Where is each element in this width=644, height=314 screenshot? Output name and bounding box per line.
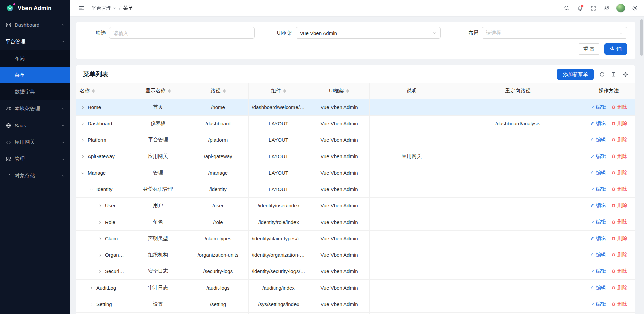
language-icon[interactable] xyxy=(601,2,613,14)
cell-name: Home xyxy=(76,99,128,115)
table-row: Dashboard仪表板/dashboardLAYOUTVue Vben Adm… xyxy=(76,115,635,132)
sidebar-subitem[interactable]: 数据字典 xyxy=(0,83,70,100)
cell-component: /identity/organization-u... xyxy=(248,247,309,263)
collapse-row-icon[interactable] xyxy=(81,171,85,175)
expand-row-icon[interactable] xyxy=(81,138,85,142)
edit-button[interactable]: 编辑 xyxy=(590,268,606,274)
trash-icon xyxy=(611,203,616,208)
cell-ui-framework: Vue Vben Admin xyxy=(309,279,369,296)
column-header[interactable]: 组件 xyxy=(248,83,309,99)
breadcrumb-item-menu[interactable]: 菜单 xyxy=(123,5,133,11)
delete-button[interactable]: 删除 xyxy=(611,186,627,192)
settings-icon[interactable] xyxy=(629,2,641,14)
pencil-icon xyxy=(590,154,595,159)
search-icon[interactable] xyxy=(560,2,573,14)
reset-button[interactable]: 重 置 xyxy=(578,43,600,55)
table-body: Home首页/home/dashboard/welcome/in...Vue V… xyxy=(76,99,635,314)
fullscreen-icon[interactable] xyxy=(587,2,599,14)
table-title: 菜单列表 xyxy=(83,70,108,79)
sidebar-subitem[interactable]: 菜单 xyxy=(0,67,70,83)
cell-display-name: 平台管理 xyxy=(128,132,188,148)
add-menu-button[interactable]: 添加新菜单 xyxy=(557,69,594,80)
sidebar-item[interactable]: 管理 xyxy=(0,150,70,167)
edit-button[interactable]: 编辑 xyxy=(590,120,606,127)
table-row: Manage管理/manageLAYOUTVue Vben Admin编辑删除 xyxy=(76,165,635,181)
expand-row-icon[interactable] xyxy=(81,155,85,159)
pencil-icon xyxy=(590,105,595,109)
edit-button[interactable]: 编辑 xyxy=(590,301,606,307)
layout-select[interactable]: 请选择 xyxy=(482,27,627,39)
delete-button[interactable]: 删除 xyxy=(611,301,627,307)
scrollbar-thumb[interactable] xyxy=(640,19,643,56)
filter-keyword-input[interactable] xyxy=(109,27,255,39)
edit-button[interactable]: 编辑 xyxy=(590,186,606,192)
sidebar-item[interactable]: 对象存储 xyxy=(0,167,70,184)
refresh-icon[interactable] xyxy=(599,71,605,78)
sidebar-item[interactable]: Saas xyxy=(0,117,70,134)
trash-icon xyxy=(611,253,616,257)
avatar[interactable] xyxy=(616,4,625,13)
expand-row-icon[interactable] xyxy=(90,286,93,290)
edit-button[interactable]: 编辑 xyxy=(590,219,606,225)
logo[interactable]: Vben Admin xyxy=(0,0,70,16)
delete-button[interactable]: 删除 xyxy=(611,202,627,209)
search-button[interactable]: 查 询 xyxy=(604,43,627,55)
sidebar-subitem[interactable]: 布局 xyxy=(0,50,70,67)
edit-button[interactable]: 编辑 xyxy=(590,170,606,176)
notification-icon[interactable] xyxy=(574,2,586,14)
ui-framework-select[interactable]: Vue Vben Admin xyxy=(296,27,441,39)
sidebar-item[interactable]: 应用网关 xyxy=(0,134,70,150)
delete-button[interactable]: 删除 xyxy=(611,170,627,176)
edit-button[interactable]: 编辑 xyxy=(590,252,606,258)
edit-button[interactable]: 编辑 xyxy=(590,202,606,209)
sidebar-item[interactable]: Dashboard xyxy=(0,16,70,33)
sidebar-item-label: 布局 xyxy=(15,55,65,62)
menu-fold-icon[interactable] xyxy=(75,2,87,14)
expand-row-icon[interactable] xyxy=(98,221,102,224)
delete-button[interactable]: 删除 xyxy=(611,137,627,143)
cell-ui-framework: Vue Vben Admin xyxy=(309,148,369,165)
cell-ui-framework: Vue Vben Admin xyxy=(309,115,369,132)
expand-row-icon[interactable] xyxy=(90,303,93,306)
scrollbar[interactable] xyxy=(640,17,643,314)
edit-button[interactable]: 编辑 xyxy=(590,235,606,242)
delete-button[interactable]: 删除 xyxy=(611,153,627,160)
sort-icon[interactable] xyxy=(346,89,349,93)
edit-button[interactable]: 编辑 xyxy=(590,137,606,143)
column-header[interactable]: UI框架 xyxy=(309,83,369,99)
cell-actions: 编辑删除 xyxy=(582,214,635,230)
edit-button[interactable]: 编辑 xyxy=(590,285,606,291)
delete-button[interactable]: 删除 xyxy=(611,104,627,110)
sidebar-item-label: 菜单 xyxy=(15,72,65,78)
expand-row-icon[interactable] xyxy=(98,253,102,257)
sidebar-item[interactable]: 本地化管理 xyxy=(0,100,70,117)
delete-button[interactable]: 删除 xyxy=(611,268,627,274)
expand-row-icon[interactable] xyxy=(98,204,102,208)
column-header[interactable]: 显示名称 xyxy=(128,83,188,99)
expand-row-icon[interactable] xyxy=(81,106,85,109)
sort-icon[interactable] xyxy=(283,89,286,93)
sidebar-item[interactable]: 平台管理 xyxy=(0,33,70,50)
delete-button[interactable]: 删除 xyxy=(611,219,627,225)
delete-button[interactable]: 删除 xyxy=(611,252,627,258)
sort-icon[interactable] xyxy=(92,89,95,93)
sort-icon[interactable] xyxy=(168,89,171,93)
column-header[interactable]: 路径 xyxy=(188,83,248,99)
expand-row-icon[interactable] xyxy=(81,122,85,126)
cell-display-name: 用户 xyxy=(128,197,188,214)
column-settings-icon[interactable] xyxy=(622,71,629,78)
expand-row-icon[interactable] xyxy=(98,270,102,273)
edit-button[interactable]: 编辑 xyxy=(590,104,606,110)
delete-button[interactable]: 删除 xyxy=(611,120,627,127)
column-header[interactable]: 名称 xyxy=(76,83,128,99)
edit-button[interactable]: 编辑 xyxy=(590,153,606,160)
sidebar-submenu: 布局菜单数据字典 xyxy=(0,50,70,100)
expand-row-icon[interactable] xyxy=(98,237,102,241)
delete-button[interactable]: 删除 xyxy=(611,285,627,291)
sort-icon[interactable] xyxy=(223,89,226,93)
cell-description: 应用网关 xyxy=(369,148,454,165)
breadcrumb-item-platform[interactable]: 平台管理 xyxy=(91,5,116,11)
row-height-icon[interactable] xyxy=(611,71,617,77)
collapse-row-icon[interactable] xyxy=(90,188,93,191)
delete-button[interactable]: 删除 xyxy=(611,235,627,242)
